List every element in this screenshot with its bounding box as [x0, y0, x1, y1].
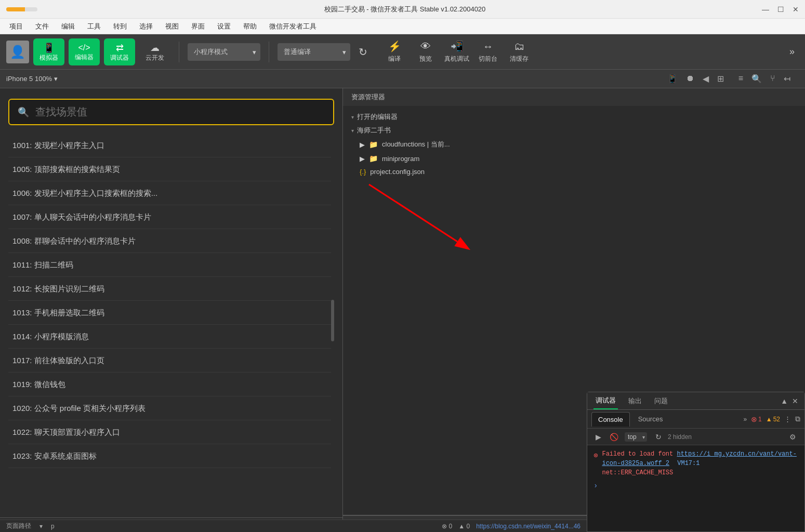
scene-item-12[interactable]: 1022: 聊天顶部置顶小程序入口 — [8, 420, 331, 444]
device-audio-icon[interactable]: ◀ — [703, 74, 709, 84]
scene-item-7[interactable]: 1013: 手机相册选取二维码 — [8, 301, 331, 325]
preview-button[interactable]: 👁 预览 — [411, 38, 440, 65]
scene-item-5[interactable]: 1011: 扫描二维码 — [8, 253, 331, 277]
page-p-status: p — [51, 523, 55, 530]
menu-item-tools[interactable]: 工具 — [82, 20, 106, 33]
console-tab-sources[interactable]: Sources — [632, 412, 669, 426]
hidden-count: 2 hidden — [668, 433, 692, 441]
mini-program-mode-select[interactable]: 小程序模式 — [188, 43, 260, 61]
console-clear-icon[interactable]: 🚫 — [608, 432, 621, 442]
debugger-tab-debugger[interactable]: 调试器 — [593, 393, 618, 409]
resource-title: 资源管理器 — [351, 93, 385, 101]
device-phone-icon[interactable]: 📱 — [667, 74, 678, 84]
menu-item-select[interactable]: 选择 — [134, 20, 158, 33]
menu-item-view[interactable]: 视图 — [160, 20, 184, 33]
debugger-close-icon[interactable]: ✕ — [792, 397, 798, 405]
cloud-icon: ☁ — [150, 43, 160, 52]
error-count: 1 — [758, 416, 762, 423]
editor-button[interactable]: </> 编辑器 — [69, 38, 100, 65]
scene-search-input[interactable] — [35, 106, 325, 118]
scene-item-1[interactable]: 1005: 顶部搜索框的搜索结果页 — [8, 157, 331, 181]
scene-item-2[interactable]: 1006: 发现栏小程序主入口搜索框的搜索... — [8, 181, 331, 205]
console-settings-icon[interactable]: ⚙ — [787, 432, 798, 442]
minimize-button[interactable]: — — [762, 5, 769, 14]
tree-arrow-cloud: ▶ — [360, 141, 365, 149]
project-section[interactable]: ▾ 海师二手书 — [343, 124, 805, 137]
search-icon-scene: 🔍 — [18, 107, 29, 118]
tree-item-miniprogram[interactable]: ▶ 📁 miniprogram — [343, 152, 805, 165]
device-info[interactable]: iPhone 5 100% ▾ — [6, 75, 58, 83]
warning-count: 52 — [773, 416, 780, 423]
console-refresh-icon[interactable]: ↻ — [653, 432, 664, 442]
scene-item-13[interactable]: 1023: 安卓系统桌面图标 — [8, 444, 331, 468]
scene-item-6[interactable]: 1012: 长按图片识别二维码 — [8, 277, 331, 301]
page-path-arrow: ▾ — [39, 523, 43, 530]
compile-mode-select[interactable]: 普通编译 — [278, 43, 350, 61]
menu-item-help[interactable]: 帮助 — [238, 20, 262, 33]
scene-item-11[interactable]: 1020: 公众号 profile 页相关小程序列表 — [8, 396, 331, 420]
device-record-icon[interactable]: ⏺ — [686, 74, 694, 84]
toolbar-right-buttons: ⚡ 编译 👁 预览 📲 真机调试 ↔ 切前台 🗂 清缓存 — [380, 38, 534, 65]
context-select[interactable]: top — [625, 432, 647, 442]
menu-item-interface[interactable]: 界面 — [186, 20, 210, 33]
search-icon[interactable]: 🔍 — [751, 74, 762, 84]
compile-mode-wrapper: 普通编译 — [278, 43, 350, 61]
console-tab-console[interactable]: Console — [591, 412, 630, 427]
cloud-dev-button[interactable]: ☁ 云开发 — [139, 38, 170, 65]
tree-item-cloudfunctions[interactable]: ▶ 📁 cloudfunctions | 当前... — [343, 137, 805, 152]
scene-scrollbar[interactable] — [331, 300, 334, 341]
clear-cache-button[interactable]: 🗂 清缓存 — [505, 38, 534, 65]
import-icon[interactable]: ↤ — [784, 74, 790, 84]
list-icon[interactable]: ≡ — [738, 74, 743, 84]
debugger-button[interactable]: ⇄ 调试器 — [104, 38, 135, 65]
device-bar: iPhone 5 100% ▾ 📱 ⏺ ◀ ⊞ ≡ 🔍 ⑂ ↤ — [0, 70, 805, 88]
error-code: net::ERR_CACHE_MISS — [602, 469, 673, 476]
toolbar-sep-2 — [269, 42, 269, 62]
menu-bar: 项目 文件 编辑 工具 转到 选择 视图 界面 设置 帮助 微信开发者工具 — [0, 19, 805, 34]
menu-item-project[interactable]: 项目 — [4, 20, 28, 33]
console-detach-icon[interactable]: ⧉ — [795, 415, 800, 423]
tree-item-label-json: project.config.json — [370, 168, 425, 176]
compile-refresh-button[interactable]: ↻ — [354, 42, 372, 62]
avatar[interactable]: 👤 — [6, 41, 29, 63]
scene-list: 1001: 发现栏小程序主入口1005: 顶部搜索框的搜索结果页1006: 发现… — [8, 134, 331, 507]
real-debug-icon: 📲 — [451, 40, 464, 52]
status-error-count: ⊗ 0 — [442, 523, 452, 530]
open-editors-section[interactable]: ▾ 打开的编辑器 — [343, 110, 805, 124]
tree-arrow-mini: ▶ — [360, 155, 365, 163]
console-options-icon[interactable]: ⋮ — [784, 415, 791, 423]
more-button[interactable]: » — [785, 42, 799, 61]
scene-panel: 🔍 1001: 发现栏小程序主入口1005: 顶部搜索框的搜索结果页1006: … — [0, 88, 342, 517]
compile-button[interactable]: ⚡ 编译 — [380, 38, 409, 65]
scene-item-9[interactable]: 1017: 前往体验版的入口页 — [8, 349, 331, 373]
menu-item-file[interactable]: 文件 — [30, 20, 54, 33]
menu-item-settings[interactable]: 设置 — [212, 20, 236, 33]
real-debug-button[interactable]: 📲 真机调试 — [442, 38, 471, 65]
scene-item-0[interactable]: 1001: 发现栏小程序主入口 — [8, 134, 331, 157]
status-url[interactable]: https://blog.csdn.net/weixin_4414...46 — [476, 523, 580, 530]
debugger-tab-bar: 调试器 输出 问题 ▲ ✕ — [587, 392, 804, 410]
menu-item-goto[interactable]: 转到 — [108, 20, 132, 33]
device-grid-icon[interactable]: ⊞ — [717, 74, 724, 84]
menu-item-wechat-dev[interactable]: 微信开发者工具 — [264, 20, 322, 33]
device-icons: 📱 ⏺ ◀ ⊞ — [667, 74, 724, 84]
prompt-arrow: › — [593, 482, 598, 490]
branch-icon[interactable]: ⑂ — [770, 74, 775, 84]
scene-item-8[interactable]: 1014: 小程序模版消息 — [8, 325, 331, 349]
console-more-icon[interactable]: » — [743, 416, 747, 423]
debugger-tab-output[interactable]: 输出 — [626, 393, 644, 409]
simulator-button[interactable]: 📱 模拟器 — [33, 38, 64, 65]
scene-item-4[interactable]: 1008: 群聊会话中的小程序消息卡片 — [8, 229, 331, 253]
console-run-icon[interactable]: ▶ — [593, 432, 603, 442]
scene-item-10[interactable]: 1019: 微信钱包 — [8, 373, 331, 396]
close-button[interactable]: ✕ — [793, 5, 799, 14]
switch-front-button[interactable]: ↔ 切前台 — [473, 38, 503, 65]
tree-item-project-json[interactable]: {.} project.config.json — [343, 165, 805, 178]
debugger-up-icon[interactable]: ▲ — [781, 397, 788, 405]
debugger-tab-issues[interactable]: 问题 — [652, 393, 670, 409]
tree-item-label-mini: miniprogram — [382, 155, 419, 163]
folder-icon-mini: 📁 — [369, 154, 378, 163]
scene-item-3[interactable]: 1007: 单人聊天会话中的小程序消息卡片 — [8, 205, 331, 229]
menu-item-edit[interactable]: 编辑 — [56, 20, 80, 33]
maximize-button[interactable]: ☐ — [777, 5, 784, 14]
